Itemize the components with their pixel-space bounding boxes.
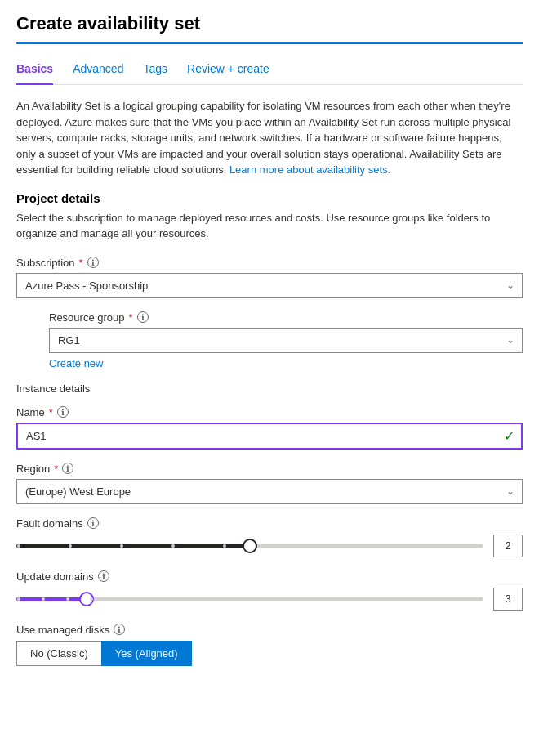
update-domains-info-icon[interactable]: ℹ	[98, 570, 109, 582]
name-input-wrapper: ✓	[16, 423, 523, 450]
subscription-select[interactable]: Azure Pass - Sponsorship	[16, 273, 523, 298]
resource-group-field: Resource group * ℹ RG1 ⌄ Create new	[49, 311, 523, 369]
tab-advanced[interactable]: Advanced	[73, 56, 123, 85]
tab-tags[interactable]: Tags	[143, 56, 167, 85]
fault-domains-slider-container: 2	[16, 535, 523, 557]
tab-review-create[interactable]: Review + create	[187, 56, 270, 85]
update-domains-dots	[16, 597, 483, 601]
subscription-info-icon[interactable]: ℹ	[87, 257, 99, 268]
project-details-description: Select the subscription to manage deploy…	[16, 210, 523, 242]
tab-navigation: Basics Advanced Tags Review + create	[16, 56, 523, 85]
managed-disks-section: Use managed disks ℹ No (Classic) Yes (Al…	[16, 624, 523, 666]
fault-domains-label: Fault domains ℹ	[16, 517, 523, 530]
subscription-select-wrapper: Azure Pass - Sponsorship ⌄	[16, 273, 523, 298]
name-required: *	[49, 406, 53, 418]
resource-group-select-wrapper: RG1 ⌄	[49, 328, 523, 353]
description-text: An Availability Set is a logical groupin…	[16, 98, 523, 178]
managed-disks-yes-button[interactable]: Yes (Aligned)	[101, 641, 192, 666]
update-domains-section: Update domains ℹ	[16, 570, 523, 611]
region-required: *	[54, 463, 58, 475]
update-domains-slider-track[interactable]	[16, 597, 483, 601]
fault-domains-dots	[16, 544, 483, 548]
resource-group-info-icon[interactable]: ℹ	[137, 311, 149, 323]
fault-domains-info-icon[interactable]: ℹ	[87, 517, 99, 529]
resource-group-select[interactable]: RG1	[49, 328, 523, 353]
region-select[interactable]: (Europe) West Europe	[16, 479, 523, 504]
name-check-icon: ✓	[504, 428, 514, 444]
resource-group-container: Resource group * ℹ RG1 ⌄ Create new	[49, 311, 523, 369]
region-info-icon[interactable]: ℹ	[62, 463, 74, 474]
managed-disks-label: Use managed disks ℹ	[16, 624, 523, 636]
fault-domains-value: 2	[493, 535, 523, 557]
managed-disks-no-button[interactable]: No (Classic)	[16, 641, 101, 666]
subscription-required: *	[79, 257, 83, 269]
update-domains-label: Update domains ℹ	[16, 570, 523, 583]
name-input[interactable]	[16, 423, 523, 450]
project-details-title: Project details	[16, 191, 523, 205]
resource-group-label: Resource group * ℹ	[49, 311, 523, 324]
update-domains-value: 3	[493, 588, 523, 611]
managed-disks-toggle-group: No (Classic) Yes (Aligned)	[16, 641, 523, 666]
name-field: Name * ℹ ✓	[16, 406, 523, 450]
fault-domains-slider-track[interactable]	[16, 544, 483, 548]
resource-group-required: *	[129, 311, 133, 324]
region-label: Region * ℹ	[16, 463, 523, 475]
name-label: Name * ℹ	[16, 406, 523, 418]
subscription-label: Subscription * ℹ	[16, 257, 523, 269]
region-select-wrapper: (Europe) West Europe ⌄	[16, 479, 523, 504]
create-new-resource-group-link[interactable]: Create new	[49, 357, 103, 369]
learn-more-link[interactable]: Learn more about availability sets.	[229, 163, 390, 176]
tab-basics[interactable]: Basics	[16, 56, 53, 85]
instance-details-label: Instance details	[16, 382, 523, 395]
page-title: Create availability set	[16, 13, 523, 44]
managed-disks-info-icon[interactable]: ℹ	[114, 624, 125, 635]
update-domains-slider-container: 3	[16, 588, 523, 611]
region-field: Region * ℹ (Europe) West Europe ⌄	[16, 463, 523, 504]
subscription-field: Subscription * ℹ Azure Pass - Sponsorshi…	[16, 257, 523, 298]
name-info-icon[interactable]: ℹ	[57, 406, 69, 418]
fault-domains-section: Fault domains ℹ 2	[16, 517, 523, 557]
